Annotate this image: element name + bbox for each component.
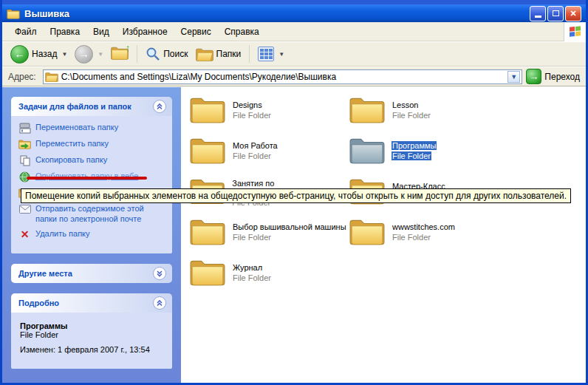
task-copy-folder[interactable]: Скопировать папку [18, 154, 166, 166]
move-icon [18, 138, 31, 150]
address-label: Адрес: [5, 72, 39, 82]
back-button[interactable]: ← Назад ▼ [7, 44, 71, 65]
tasks-panel-title: Задачи для файлов и папок [18, 102, 131, 111]
folder-icon [190, 217, 225, 245]
title-bar[interactable]: Вышивка ✕ [2, 4, 586, 22]
maximize-button[interactable] [547, 6, 564, 21]
forward-dropdown-caret: ▼ [98, 51, 103, 58]
folder-icon [7, 8, 20, 19]
collapse-chevron-icon[interactable] [153, 100, 166, 113]
address-input[interactable]: C:\Documents and Settings\Liza\My Docume… [43, 69, 523, 84]
address-bar: Адрес: C:\Documents and Settings\Liza\My… [2, 67, 586, 86]
go-label: Переход [544, 72, 580, 82]
task-pane-sidebar: Задачи для файлов и папок Переименовать … [2, 87, 181, 383]
collapse-chevron-icon[interactable] [153, 296, 166, 310]
email-icon [18, 203, 31, 215]
details-header[interactable]: Подробно [11, 293, 172, 313]
folder-contents: DesignsFile Folder LessonFile Folder Моя… [181, 87, 586, 383]
folders-button[interactable]: Папки [192, 46, 245, 63]
views-icon [258, 47, 274, 61]
delete-x-icon: ✕ [18, 228, 31, 240]
details-folder-name: Программы [20, 321, 165, 330]
go-button[interactable]: → Переход [526, 69, 583, 84]
views-button[interactable]: ▼ [254, 45, 288, 63]
menu-tools[interactable]: Сервис [174, 24, 218, 40]
folder-tile-wwwstitches[interactable]: wwwstitches.comFile Folder [349, 217, 509, 251]
task-rename-folder[interactable]: Переименовать папку [18, 122, 166, 134]
back-dropdown-caret[interactable]: ▼ [61, 51, 67, 58]
folder-icon-selected [349, 136, 385, 164]
details-folder-type: File Folder [20, 330, 165, 339]
folders-icon [196, 47, 213, 61]
folder-tile-zhurnal[interactable]: ЖурналFile Folder [190, 258, 349, 291]
details-title: Подробно [18, 299, 59, 307]
expand-chevron-icon[interactable] [153, 267, 166, 280]
menu-view[interactable]: Вид [86, 24, 116, 40]
menu-file[interactable]: Файл [8, 24, 44, 40]
windows-logo [564, 22, 586, 41]
back-label: Назад [32, 49, 57, 59]
standard-toolbar: ← Назад ▼ → ▼ ↑ Поиск [2, 42, 586, 67]
views-dropdown-caret[interactable]: ▼ [278, 51, 284, 58]
folder-tile-lesson[interactable]: LessonFile Folder [349, 95, 509, 129]
folder-tile-programmy-selected[interactable]: ПрограммыFile Folder [349, 136, 509, 169]
folder-icon [190, 258, 225, 286]
menu-help[interactable]: Справка [218, 24, 266, 40]
task-delete-folder[interactable]: ✕ Удалить папку [18, 228, 166, 240]
forward-arrow-icon: → [75, 45, 93, 64]
address-dropdown-button[interactable]: ▼ [507, 71, 520, 83]
folder-icon [349, 95, 385, 123]
folder-tile-moya-rabota[interactable]: Моя РаботаFile Folder [190, 136, 349, 169]
minimize-button[interactable] [530, 6, 546, 21]
menu-favorites[interactable]: Избранное [116, 24, 174, 40]
task-move-folder[interactable]: Переместить папку [18, 138, 166, 150]
go-arrow-icon: → [526, 69, 541, 84]
file-folder-tasks-panel: Задачи для файлов и папок Переименовать … [11, 97, 172, 253]
address-folder-icon [45, 72, 58, 82]
search-icon [146, 47, 160, 61]
tasks-panel-header[interactable]: Задачи для файлов и папок [11, 97, 172, 116]
search-button[interactable]: Поиск [142, 45, 191, 63]
publish-tooltip: Помещение копий выбранных элементов на о… [21, 188, 571, 203]
up-button[interactable]: ↑ [107, 44, 132, 64]
menu-edit[interactable]: Правка [44, 24, 87, 40]
search-label: Поиск [163, 49, 188, 59]
close-button[interactable]: ✕ [565, 6, 581, 21]
forward-button[interactable]: → ▼ [71, 44, 107, 65]
back-arrow-icon: ← [10, 45, 29, 64]
other-places-title: Другие места [18, 269, 72, 278]
explorer-window: Вышивка ✕ Файл Правка Вид Избранное Серв… [0, 0, 588, 385]
details-modified: Изменен: 1 февраля 2007 г., 13:54 [20, 345, 165, 354]
folder-icon [349, 217, 385, 245]
up-folder-icon: ↑ [111, 46, 129, 62]
red-marker-annotation [27, 177, 147, 180]
rename-icon [18, 122, 31, 134]
address-path: C:\Documents and Settings\Liza\My Docume… [61, 72, 508, 82]
other-places-panel: Другие места [11, 264, 172, 283]
folder-tile-designs[interactable]: DesignsFile Folder [190, 95, 349, 129]
folder-tile-vybor-mashiny[interactable]: Выбор вышивальной машиныFile Folder [190, 217, 349, 251]
window-title: Вышивка [24, 8, 69, 19]
other-places-header[interactable]: Другие места [11, 264, 172, 283]
copy-icon [18, 154, 31, 166]
task-email-folder[interactable]: Отправить содержимое этой папки по элект… [18, 203, 166, 224]
folders-label: Папки [216, 49, 242, 59]
folder-icon [190, 136, 225, 164]
details-panel: Подробно Программы File Folder Изменен: … [11, 293, 172, 369]
menu-bar: Файл Правка Вид Избранное Сервис Справка [2, 22, 586, 41]
folder-icon [190, 95, 225, 123]
